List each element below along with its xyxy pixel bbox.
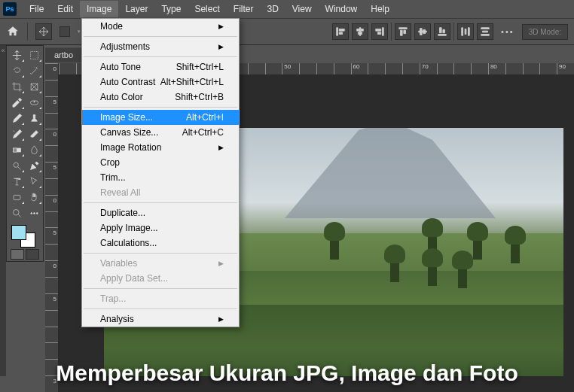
move-tool-indicator-icon[interactable]	[35, 23, 52, 40]
dodge-tool[interactable]	[8, 158, 25, 173]
menu-layer[interactable]: Layer	[118, 1, 154, 17]
menu-select[interactable]: Select	[188, 1, 226, 17]
menu-3d[interactable]: 3D	[260, 1, 285, 17]
align-right-icon[interactable]	[371, 23, 388, 40]
panel-edge: «	[0, 45, 6, 376]
menu-item-image-rotation[interactable]: Image Rotation▶	[82, 140, 239, 155]
svg-point-5	[14, 163, 18, 167]
menu-item-label: Auto Contrast	[100, 77, 155, 87]
frame-tool[interactable]	[26, 79, 42, 94]
menu-separator	[84, 288, 237, 289]
path-selection-tool[interactable]	[26, 174, 42, 189]
align-center-h-icon[interactable]	[352, 23, 368, 40]
collapse-handle-icon[interactable]: «	[0, 45, 6, 54]
eyedropper-tool[interactable]	[8, 95, 25, 110]
menu-item-label: Apply Data Set...	[100, 273, 168, 284]
menu-bar: Ps File Edit Image Layer Type Select Fil…	[0, 0, 574, 18]
menu-item-auto-contrast[interactable]: Auto ContrastAlt+Shift+Ctrl+L	[82, 74, 239, 90]
menu-type[interactable]: Type	[154, 1, 188, 17]
separator	[27, 23, 28, 41]
svg-rect-4	[13, 148, 17, 152]
move-tool[interactable]	[8, 47, 25, 62]
svg-rect-0	[30, 51, 38, 59]
svg-point-7	[13, 209, 19, 215]
menu-item-mode[interactable]: Mode▶	[82, 19, 239, 34]
healing-brush-tool[interactable]	[26, 95, 42, 110]
auto-select-checkbox[interactable]	[60, 26, 70, 37]
pen-tool[interactable]	[26, 158, 42, 173]
menu-item-label: Analysis	[100, 314, 134, 324]
menu-shortcut: Alt+Shift+Ctrl+L	[160, 77, 224, 87]
photoshop-logo-icon: Ps	[3, 2, 17, 16]
menu-item-analysis[interactable]: Analysis▶	[82, 311, 239, 327]
menu-window[interactable]: Window	[319, 1, 365, 17]
svg-rect-6	[14, 195, 20, 199]
menu-item-canvas-size[interactable]: Canvas Size...Alt+Ctrl+C	[82, 125, 239, 140]
brush-tool[interactable]	[8, 111, 25, 126]
menu-item-adjustments[interactable]: Adjustments▶	[82, 39, 239, 54]
menu-item-calculations[interactable]: Calculations...	[82, 236, 239, 251]
rectangle-tool[interactable]	[8, 190, 25, 205]
menu-separator	[84, 107, 237, 108]
type-tool[interactable]	[8, 174, 25, 189]
menu-item-apply-data-set: Apply Data Set...	[82, 271, 239, 286]
vertical-ruler: 050505053	[45, 63, 59, 392]
hand-tool[interactable]	[26, 190, 42, 205]
menu-separator	[84, 36, 237, 37]
menu-image[interactable]: Image	[80, 1, 118, 17]
menu-item-trim[interactable]: Trim...	[82, 170, 239, 185]
edit-toolbar[interactable]	[26, 205, 42, 220]
align-center-v-icon[interactable]	[414, 23, 431, 40]
menu-item-apply-image[interactable]: Apply Image...	[82, 220, 239, 236]
menu-item-label: Trim...	[100, 172, 126, 183]
distribute-v-icon[interactable]	[477, 23, 493, 40]
menu-item-label: Crop	[100, 157, 120, 168]
crop-tool[interactable]	[8, 79, 25, 94]
menu-edit[interactable]: Edit	[50, 1, 80, 17]
separator	[391, 23, 392, 41]
marquee-tool[interactable]	[26, 47, 42, 62]
home-icon[interactable]	[6, 25, 20, 38]
menu-shortcut: Alt+Ctrl+I	[186, 112, 224, 123]
align-top-icon[interactable]	[395, 23, 411, 40]
toolbox	[6, 45, 44, 262]
menu-item-image-size[interactable]: Image Size...Alt+Ctrl+I	[82, 110, 239, 125]
menu-item-trap: Trap...	[82, 291, 239, 306]
menu-separator	[84, 202, 237, 203]
history-brush-tool[interactable]	[8, 126, 25, 141]
svg-point-8	[30, 212, 32, 214]
lasso-tool[interactable]	[8, 63, 25, 78]
menu-view[interactable]: View	[285, 1, 319, 17]
menu-separator	[84, 308, 237, 309]
caption-text: Memperbesar Ukuran JPG, Image dan Foto	[0, 360, 574, 386]
menu-item-duplicate[interactable]: Duplicate...	[82, 205, 239, 220]
menu-file[interactable]: File	[23, 1, 50, 17]
menu-item-auto-color[interactable]: Auto ColorShift+Ctrl+B	[82, 90, 239, 105]
more-options-icon[interactable]: •••	[496, 27, 519, 36]
foreground-color[interactable]	[11, 225, 26, 240]
eraser-tool[interactable]	[26, 126, 42, 141]
menu-item-variables: Variables▶	[82, 256, 239, 271]
menu-item-label: Reveal All	[100, 187, 140, 198]
align-left-icon[interactable]	[332, 23, 349, 40]
submenu-arrow-icon: ▶	[218, 144, 224, 151]
magic-wand-tool[interactable]	[26, 63, 42, 78]
separator	[453, 23, 454, 41]
menu-item-label: Canvas Size...	[100, 127, 158, 138]
zoom-tool[interactable]	[8, 205, 25, 220]
menu-item-crop[interactable]: Crop	[82, 155, 239, 170]
menu-filter[interactable]: Filter	[227, 1, 261, 17]
distribute-h-icon[interactable]	[457, 23, 474, 40]
quick-mask-toggle[interactable]	[8, 249, 41, 260]
menu-item-auto-tone[interactable]: Auto ToneShift+Ctrl+L	[82, 59, 239, 74]
clone-stamp-tool[interactable]	[26, 111, 42, 126]
color-swatches[interactable]	[8, 223, 41, 248]
gradient-tool[interactable]	[8, 142, 25, 157]
align-bottom-icon[interactable]	[434, 23, 450, 40]
menu-help[interactable]: Help	[364, 1, 396, 17]
blur-tool[interactable]	[26, 142, 42, 157]
menu-separator	[84, 253, 237, 254]
document-tab[interactable]: artbo	[45, 47, 82, 62]
auto-select-label: ▾	[78, 29, 81, 35]
menu-item-label: Variables	[100, 258, 137, 269]
